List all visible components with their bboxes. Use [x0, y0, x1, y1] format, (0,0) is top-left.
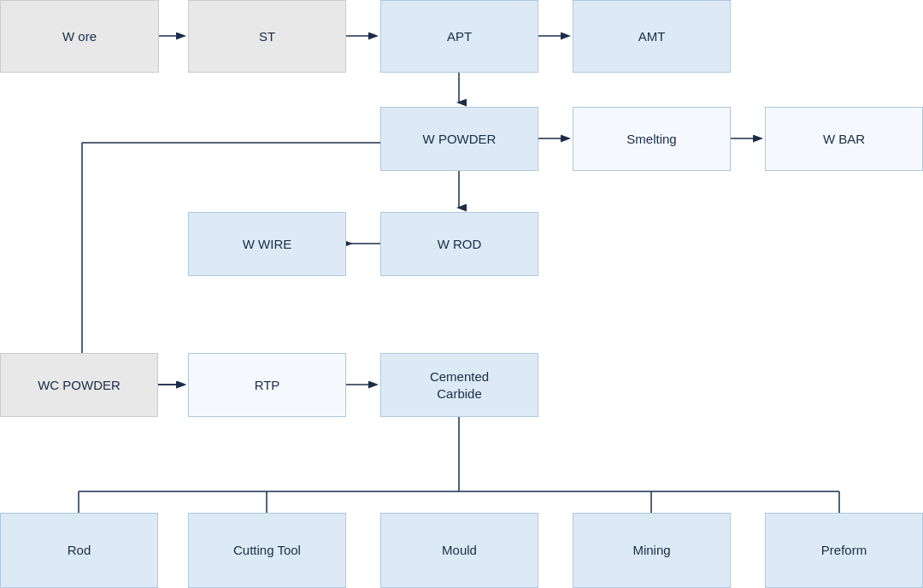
node-label-rtp: RTP — [255, 377, 280, 394]
node-label-amt: AMT — [638, 28, 666, 45]
node-label-wpowder: W POWDER — [423, 131, 497, 148]
node-label-wore: W ore — [62, 28, 97, 45]
node-cuttool: Cutting Tool — [188, 513, 346, 588]
node-smelting: Smelting — [573, 107, 731, 171]
node-label-smelting: Smelting — [626, 131, 676, 148]
node-label-carbide: Cemented Carbide — [430, 368, 489, 402]
node-wrod: W ROD — [380, 212, 538, 276]
node-wbar: W BAR — [765, 107, 923, 171]
node-mining: Mining — [573, 513, 731, 588]
node-amt: AMT — [573, 0, 731, 73]
node-label-wcpowder: WC POWDER — [38, 377, 121, 394]
node-label-apt: APT — [447, 28, 472, 45]
node-label-st: ST — [259, 28, 275, 45]
node-rtp: RTP — [188, 353, 346, 417]
node-wore: W ore — [0, 0, 159, 73]
node-carbide: Cemented Carbide — [380, 353, 538, 417]
node-label-wrod: W ROD — [438, 236, 482, 253]
node-apt: APT — [380, 0, 538, 73]
node-label-wbar: W BAR — [823, 131, 865, 148]
node-wwire: W WIRE — [188, 212, 346, 276]
arrows-overlay — [0, 0, 923, 588]
node-label-mould: Mould — [442, 542, 477, 559]
node-wpowder: W POWDER — [380, 107, 538, 171]
node-rod: Rod — [0, 513, 158, 588]
node-label-wwire: W WIRE — [243, 236, 292, 253]
node-preform: Preform — [765, 513, 923, 588]
node-mould: Mould — [380, 513, 538, 588]
node-st: ST — [188, 0, 346, 73]
node-wcpowder: WC POWDER — [0, 353, 158, 417]
node-label-mining: Mining — [632, 542, 670, 559]
node-label-preform: Preform — [821, 542, 867, 559]
node-label-rod: Rod — [68, 542, 91, 559]
node-label-cuttool: Cutting Tool — [233, 542, 301, 559]
